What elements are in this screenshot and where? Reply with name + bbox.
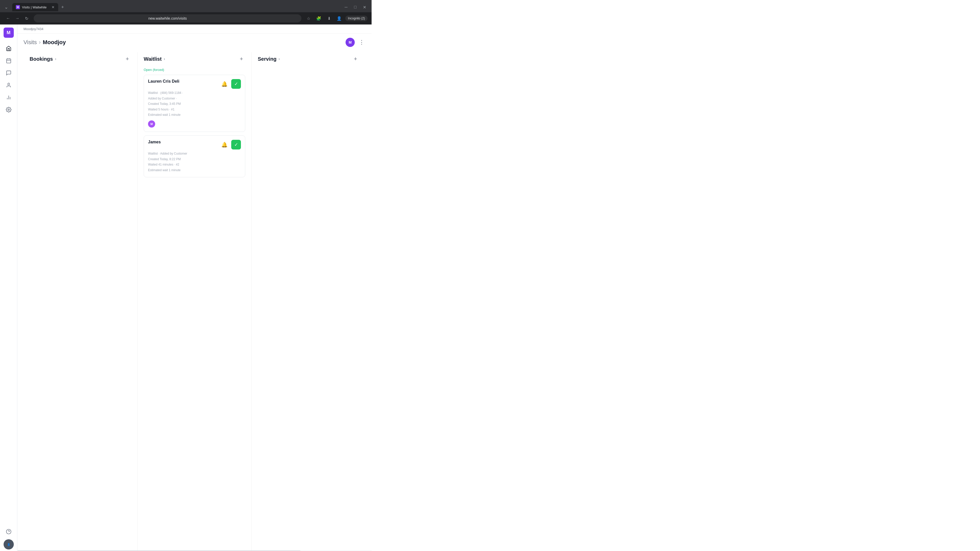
header-actions: M ⋮: [345, 38, 366, 47]
org-name: Moodjoy7434: [24, 27, 43, 31]
column-waitlist-title[interactable]: Waitlist ›: [144, 56, 165, 62]
address-bar-row: ← → ↻ ☆ 🧩 ⬇ 👤 Incognito (2): [0, 12, 372, 24]
visit-1-line3: Created Today, 3:45 PM: [148, 101, 241, 107]
sidebar-logo[interactable]: M: [3, 27, 14, 38]
calendar-icon: [6, 58, 11, 64]
waitlist-add-btn[interactable]: +: [238, 55, 245, 63]
visit-2-actions: 🔔 ✓: [220, 140, 241, 149]
visit-1-line4: Waited 5 hours · #1: [148, 107, 241, 113]
visit-1-line2: Added by Customer ·: [148, 96, 241, 102]
breadcrumb-separator: ›: [39, 39, 41, 46]
chat-icon: [6, 70, 11, 76]
waitlist-arrow-icon: ›: [164, 57, 165, 61]
visit-card-2-header: James 🔔 ✓: [148, 140, 241, 149]
new-tab-btn[interactable]: +: [59, 3, 66, 11]
column-bookings: Bookings › +: [24, 52, 138, 551]
refresh-btn[interactable]: ↻: [22, 14, 30, 22]
columns-container: Bookings › + Waitlist › + Open (forced): [18, 52, 372, 551]
tab-title: Visits | Waitwhile: [22, 5, 49, 9]
visit-card-1: Lauren Cris Deli 🔔 ✓ Waitlist · (484) 56…: [144, 75, 245, 132]
visit-1-line1: Waitlist · (484) 569-1184 ·: [148, 90, 241, 96]
sidebar-user-avatar[interactable]: 👤: [3, 539, 14, 549]
tab-close-btn[interactable]: ✕: [52, 5, 55, 9]
back-btn[interactable]: ←: [4, 14, 12, 22]
visit-1-notify-btn[interactable]: 🔔: [220, 80, 229, 88]
visit-2-line1: Waitlist · Added by Customer: [148, 151, 241, 157]
visit-1-line5: Estimated wait 1 minute: [148, 112, 241, 118]
column-serving-title[interactable]: Serving ›: [258, 56, 280, 62]
maximize-btn[interactable]: □: [351, 3, 360, 11]
page-header: Visits › Moodjoy M ⋮: [18, 34, 372, 52]
breadcrumb-parent[interactable]: Visits: [24, 39, 37, 46]
minimize-btn[interactable]: ─: [342, 3, 350, 11]
expand-btn[interactable]: ⌄: [2, 3, 10, 11]
active-tab[interactable]: M Visits | Waitwhile ✕: [12, 3, 58, 11]
app-container: M: [0, 24, 372, 551]
visit-1-serve-btn[interactable]: ✓: [231, 79, 241, 89]
browser-window-controls: ─ □ ✕: [341, 2, 369, 12]
extensions-btn[interactable]: 🧩: [315, 14, 323, 22]
sidebar-item-settings[interactable]: [3, 104, 14, 115]
download-btn[interactable]: ⬇: [325, 14, 333, 22]
visit-2-name[interactable]: James: [148, 140, 161, 144]
sidebar-item-customers[interactable]: [3, 79, 14, 91]
svg-point-8: [8, 109, 10, 110]
sidebar-item-calendar[interactable]: [3, 55, 14, 66]
breadcrumb-current: Moodjoy: [43, 39, 66, 46]
sidebar-item-home[interactable]: [3, 43, 14, 54]
settings-icon: [6, 107, 11, 113]
tab-bar: ⌄ M Visits | Waitwhile ✕ + ─ □ ✕: [0, 0, 372, 12]
profile-btn[interactable]: 👤: [335, 14, 343, 22]
svg-rect-0: [6, 59, 11, 63]
address-input[interactable]: [34, 14, 301, 22]
bookmark-btn[interactable]: ☆: [304, 14, 313, 22]
waitlist-status-badge: Open (forced): [144, 68, 245, 72]
customers-icon: [6, 83, 11, 88]
tab-favicon: M: [16, 5, 20, 9]
sidebar-item-analytics[interactable]: [3, 92, 14, 103]
column-waitlist: Waitlist › + Open (forced) Lauren Cris D…: [138, 52, 251, 551]
nav-controls: ← → ↻: [4, 14, 30, 22]
visit-1-name[interactable]: Lauren Cris Deli: [148, 79, 180, 84]
visit-card-2: James 🔔 ✓ Waitlist · Added by Customer C…: [144, 135, 245, 177]
breadcrumb: Visits › Moodjoy: [24, 39, 66, 46]
forward-btn[interactable]: →: [13, 14, 21, 22]
column-serving: Serving › +: [251, 52, 366, 551]
visit-2-notify-btn[interactable]: 🔔: [220, 141, 229, 149]
serving-arrow-icon: ›: [278, 57, 280, 61]
sidebar: M: [0, 24, 18, 551]
home-icon: [6, 46, 11, 51]
main-content: Moodjoy7434 Visits › Moodjoy M ⋮ Booking…: [18, 24, 372, 551]
visit-2-line4: Estimated wait 1 minute: [148, 168, 241, 173]
visit-2-meta: Waitlist · Added by Customer Created Tod…: [148, 151, 241, 173]
bookings-add-btn[interactable]: +: [124, 55, 131, 63]
visit-2-line2: Created Today, 8:22 PM: [148, 157, 241, 162]
sidebar-bottom: 👤: [3, 526, 14, 549]
bookings-arrow-icon: ›: [55, 57, 56, 61]
sidebar-item-chat[interactable]: [3, 67, 14, 79]
column-bookings-title[interactable]: Bookings ›: [30, 56, 56, 62]
more-menu-btn[interactable]: ⋮: [358, 38, 366, 47]
help-icon: [6, 529, 11, 534]
serving-add-btn[interactable]: +: [352, 55, 360, 63]
visit-1-meta: Waitlist · (484) 569-1184 · Added by Cus…: [148, 90, 241, 118]
visit-card-1-header: Lauren Cris Deli 🔔 ✓: [148, 79, 241, 89]
visit-2-line3: Waited 41 minutes · #2: [148, 162, 241, 168]
top-bar: Moodjoy7434: [18, 24, 372, 34]
visit-1-actions: 🔔 ✓: [220, 79, 241, 89]
column-waitlist-header: Waitlist › +: [144, 52, 245, 68]
browser-actions: ☆ 🧩 ⬇ 👤 Incognito (2): [304, 14, 368, 22]
column-bookings-header: Bookings › +: [30, 52, 131, 68]
incognito-badge[interactable]: Incognito (2): [345, 16, 368, 21]
sidebar-item-help[interactable]: [3, 526, 14, 537]
column-serving-header: Serving › +: [258, 52, 360, 68]
visit-1-avatar: M: [148, 121, 155, 127]
close-window-btn[interactable]: ✕: [360, 3, 369, 11]
browser-chrome: ⌄ M Visits | Waitwhile ✕ + ─ □ ✕ ← → ↻ ☆…: [0, 0, 372, 24]
analytics-icon: [6, 95, 11, 100]
header-user-avatar[interactable]: M: [345, 38, 355, 47]
visit-2-serve-btn[interactable]: ✓: [231, 140, 241, 149]
svg-point-4: [8, 83, 10, 85]
